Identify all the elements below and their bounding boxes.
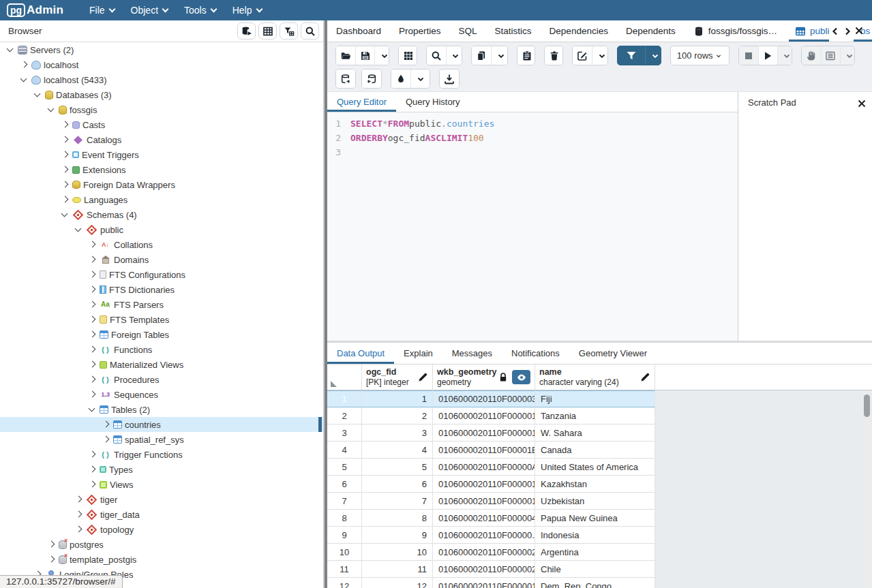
save-button[interactable] <box>355 46 374 65</box>
chevron-down-icon[interactable] <box>87 405 97 414</box>
name-cell[interactable]: Chile <box>535 561 655 578</box>
save-options-button[interactable] <box>374 46 389 65</box>
ogc-fid-cell[interactable]: 10 <box>362 544 433 561</box>
chevron-right-icon[interactable] <box>87 285 97 294</box>
tree-item-extensions[interactable]: Extensions <box>0 162 323 177</box>
view-data-button[interactable] <box>258 22 277 40</box>
chevron-right-icon[interactable] <box>74 510 83 519</box>
tab-sql[interactable]: SQL <box>450 20 486 42</box>
tree-item-countries[interactable]: countries <box>0 417 323 432</box>
tab-public-c[interactable]: public.c <box>786 20 829 42</box>
query-options-button[interactable] <box>821 46 840 65</box>
wkb-geometry-cell[interactable]: 0106000020110F000001… <box>433 578 535 588</box>
chevron-right-icon[interactable] <box>60 165 70 174</box>
wkb-geometry-cell[interactable]: 0106000020110F000001… <box>433 407 535 424</box>
chevron-right-icon[interactable] <box>60 150 70 159</box>
tab-geometry-viewer[interactable]: Geometry Viewer <box>569 343 657 364</box>
tab-properties[interactable]: Properties <box>390 20 450 42</box>
tree-item-fts-parsers[interactable]: AaFTS Parsers <box>0 297 323 312</box>
tree-item-localhost[interactable]: localhost <box>0 57 323 72</box>
menu-object[interactable]: Object <box>123 0 176 20</box>
row-number-cell[interactable]: 1 <box>327 390 362 407</box>
find-button[interactable] <box>427 46 446 65</box>
wkb-geometry-cell[interactable]: 0106000020110F000002… <box>433 561 535 578</box>
tree-item-tiger[interactable]: tiger <box>0 492 323 507</box>
chevron-right-icon[interactable] <box>74 495 83 504</box>
chevron-right-icon[interactable] <box>87 300 97 309</box>
chevron-right-icon[interactable] <box>101 435 110 444</box>
tree-item-procedures[interactable]: ( )Procedures <box>0 372 323 387</box>
wkb-geometry-cell[interactable]: 0106000020110F000002… <box>433 544 535 561</box>
tree-item-tiger-data[interactable]: tiger_data <box>0 507 323 522</box>
chevron-right-icon[interactable] <box>87 375 97 384</box>
name-cell[interactable]: Indonesia <box>535 527 655 544</box>
tab-query-history[interactable]: Query History <box>396 92 469 112</box>
scratch-pad-close-button[interactable] <box>856 98 865 107</box>
menu-help[interactable]: Help <box>224 0 270 20</box>
menu-tools[interactable]: Tools <box>176 0 224 20</box>
row-number-cell[interactable]: 12 <box>327 578 362 588</box>
chevron-down-icon[interactable] <box>46 105 56 114</box>
menu-file[interactable]: File <box>81 0 123 20</box>
tree-item-fts-dictionaries[interactable]: FTS Dictionaries <box>0 282 323 297</box>
more-options-button[interactable] <box>840 46 855 65</box>
name-cell[interactable]: Argentina <box>535 544 655 561</box>
tab-query-editor[interactable]: Query Editor <box>327 92 396 112</box>
chevron-right-icon[interactable] <box>87 315 97 324</box>
filter-button[interactable] <box>618 46 645 65</box>
tab-fossgis-fossgis[interactable]: fossgis/fossgis… <box>685 20 786 42</box>
cancel-query-button[interactable] <box>739 46 758 65</box>
tree-item-casts[interactable]: Casts <box>0 117 323 132</box>
chevron-right-icon[interactable] <box>87 240 97 249</box>
execute-options-button[interactable] <box>777 46 792 65</box>
filter-options-button[interactable] <box>645 46 661 65</box>
tab-statistics[interactable]: Statistics <box>486 20 541 42</box>
row-number-cell[interactable]: 4 <box>327 442 362 459</box>
chevron-right-icon[interactable] <box>87 450 97 459</box>
grid-button[interactable] <box>399 46 417 65</box>
clear-button[interactable] <box>391 69 410 88</box>
edit-button[interactable] <box>573 46 592 65</box>
row-number-cell[interactable]: 9 <box>327 527 362 544</box>
search-objects-button[interactable] <box>301 22 319 40</box>
tabs-scroll-left-button[interactable] <box>829 20 841 42</box>
overflow-tab[interactable]: os <box>854 20 872 42</box>
chevron-right-icon[interactable] <box>87 255 97 264</box>
view-geometry-button[interactable] <box>512 370 530 384</box>
row-number-cell[interactable]: 10 <box>327 544 362 561</box>
name-cell[interactable]: Papua New Guinea <box>535 510 655 527</box>
tabs-scroll-right-button[interactable] <box>841 20 854 42</box>
tree-item-sequences[interactable]: 1..3Sequences <box>0 387 323 402</box>
tree-item-databases-3[interactable]: Databases (3) <box>0 87 323 102</box>
name-cell[interactable]: Fiji <box>535 390 655 407</box>
chevron-down-icon[interactable] <box>74 225 83 234</box>
chevron-right-icon[interactable] <box>19 60 29 69</box>
ogc-fid-cell[interactable]: 9 <box>362 527 433 544</box>
tree-item-servers-2[interactable]: Servers (2) <box>0 42 323 57</box>
tree-item-fts-templates[interactable]: FTS Templates <box>0 312 323 327</box>
tab-explain[interactable]: Explain <box>394 343 442 364</box>
tab-dependencies[interactable]: Dependencies <box>541 20 617 42</box>
chevron-right-icon[interactable] <box>87 390 97 399</box>
tree-item-foreign-data-wrappers[interactable]: Foreign Data Wrappers <box>0 177 323 192</box>
column-header-name[interactable]: name character varying (24) <box>535 365 655 390</box>
wkb-geometry-cell[interactable]: 0106000020110F000001… <box>433 424 535 442</box>
tree-item-schemas-4[interactable]: Schemas (4) <box>0 207 323 222</box>
edit-column-icon[interactable] <box>640 372 650 383</box>
chevron-right-icon[interactable] <box>87 465 97 474</box>
chevron-right-icon[interactable] <box>60 180 70 189</box>
chevron-down-icon[interactable] <box>5 45 15 55</box>
execute-button[interactable] <box>758 46 777 65</box>
name-cell[interactable]: W. Sahara <box>535 424 655 442</box>
tab-dependents[interactable]: Dependents <box>617 20 685 42</box>
commit-button[interactable] <box>336 69 355 88</box>
rollback-button[interactable] <box>362 69 381 88</box>
tree-item-public[interactable]: public <box>0 222 323 237</box>
tree-item-domains[interactable]: Domains <box>0 252 323 267</box>
copy-options-button[interactable] <box>491 46 507 65</box>
tree-item-topology[interactable]: topology <box>0 522 323 537</box>
column-header-ogc-fid[interactable]: ogc_fid [PK] integer <box>362 365 433 390</box>
row-number-cell[interactable]: 11 <box>327 561 362 578</box>
chevron-right-icon[interactable] <box>46 540 56 549</box>
query-tool-button[interactable] <box>237 22 256 40</box>
